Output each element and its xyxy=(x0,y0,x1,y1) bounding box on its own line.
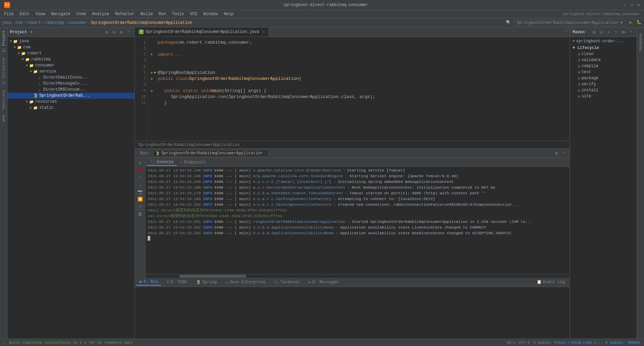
breadcrumb-class[interactable]: SpringbootOrderRabbitmqConsumerApplicati… xyxy=(91,20,192,25)
run-panel-settings[interactable]: ⚙ xyxy=(553,150,559,156)
breadcrumb-java[interactable]: java xyxy=(2,20,12,25)
btm-tab-spring[interactable]: 🍃 Spring xyxy=(193,279,220,285)
side-tab-structure[interactable]: 2: Structure xyxy=(1,55,6,87)
tree-item-rabbitmq[interactable]: ▼ 📁 rabbitmq xyxy=(7,56,135,62)
menu-edit[interactable]: Edit xyxy=(17,11,32,17)
locate-icon[interactable]: ◎ xyxy=(104,29,110,35)
menu-code[interactable]: Code xyxy=(74,11,89,17)
breadcrumb-consumer[interactable]: consumer xyxy=(68,20,87,25)
cursor-position[interactable]: 26:1 xyxy=(506,341,515,345)
breadcrumb-com[interactable]: com xyxy=(15,20,23,25)
folder-icon: 📁 xyxy=(29,63,34,68)
line-sep[interactable]: 4 spaces xyxy=(533,341,551,345)
btm-tab-todo[interactable]: ≡ 6: TODO xyxy=(163,279,191,285)
maven-settings-icon[interactable]: ⚙ xyxy=(591,29,597,35)
editor-scrollbar[interactable] xyxy=(565,37,570,141)
maven-hide-icon[interactable]: − xyxy=(628,29,634,35)
debug-button[interactable]: 🐛 xyxy=(636,19,642,26)
tree-item-static[interactable]: ▶ 📁 static xyxy=(7,105,135,111)
tree-item-service[interactable]: ▼ 📁 service xyxy=(7,68,135,75)
menu-tools[interactable]: Tools xyxy=(169,11,187,17)
side-tab-favorites[interactable]: Favorites xyxy=(1,87,6,112)
maven-compile[interactable]: ⚙ compile xyxy=(570,63,637,69)
scroll-up-icon[interactable]: ↑ xyxy=(137,174,143,180)
run-gutter-icon[interactable]: ▶ xyxy=(151,76,153,82)
fold-icon[interactable]: ▶ xyxy=(151,52,153,58)
menu-view[interactable]: View xyxy=(33,11,48,17)
maven-add-icon[interactable]: + xyxy=(613,29,619,35)
settings-icon[interactable]: ⚙ xyxy=(118,29,124,35)
menu-vcs[interactable]: VCS xyxy=(187,11,200,17)
maven-download-icon[interactable]: ⬇ xyxy=(606,29,612,35)
tab-console[interactable]: ⬛ Console xyxy=(147,159,177,166)
maven-site[interactable]: ⚙ site xyxy=(570,93,637,99)
maven-validate[interactable]: ⚙ validate xyxy=(570,57,637,63)
menu-build[interactable]: Build xyxy=(138,11,155,17)
btm-tab-messages[interactable]: ✉ 0: Messages xyxy=(305,279,342,285)
minimize-button[interactable]: — xyxy=(623,3,627,7)
clear-icon[interactable]: 🗑 xyxy=(137,211,143,217)
maven-refresh-icon[interactable]: ↺ xyxy=(598,29,604,35)
tree-item-java[interactable]: ▼ 📁 java xyxy=(7,38,135,44)
nav-search-icon[interactable]: 🔍 xyxy=(505,19,512,26)
tab-main-app[interactable]: 🍃 SpringbootOrderRabbitmqConsumerApplica… xyxy=(135,28,269,37)
tree-item-sms-consumer[interactable]: ▶ ☕ DirectSMSConsum... xyxy=(7,87,135,93)
filter-icon[interactable]: 🔽 xyxy=(137,196,143,202)
maven-compile-label: compile xyxy=(582,64,598,68)
tree-item-message-consumer[interactable]: ▶ ☕ DirectMessageCo... xyxy=(7,81,135,87)
maven-install[interactable]: ⚙ install xyxy=(570,87,637,93)
run-button[interactable]: ▶ xyxy=(628,19,634,26)
maven-more-icon[interactable]: ≫ xyxy=(621,29,627,35)
run-config-dropdown[interactable]: SpringbootOrderRabbitmqConsumerApplicati… xyxy=(514,19,626,26)
maven-expand-lifecycle[interactable]: ▼ xyxy=(573,46,577,50)
btm-tab-event-log[interactable]: 📋 Event Log xyxy=(533,279,568,285)
maven-package[interactable]: ⚙ package xyxy=(570,75,637,81)
tab-close-button[interactable]: ✕ xyxy=(262,30,265,34)
side-tab-project[interactable]: 1: Project xyxy=(1,28,6,55)
wrap-icon[interactable]: ⟲ xyxy=(137,204,143,210)
btm-tab-terminal[interactable]: >_ Terminal xyxy=(271,279,303,285)
console-output[interactable]: 2021-05-27 13:54:18.196 INFO 3496 --- [ … xyxy=(146,167,570,274)
run-gutter-icon[interactable]: ▶ xyxy=(151,88,153,94)
collapse-all-icon[interactable]: ⊟ xyxy=(111,29,117,35)
menu-window[interactable]: Window xyxy=(201,11,220,17)
encoding[interactable]: UTF-8 xyxy=(519,341,530,345)
tree-item-resources[interactable]: ▼ 📁 resources xyxy=(7,99,135,105)
menu-navigate[interactable]: Navigate xyxy=(48,11,73,17)
run-tab-main[interactable]: 🍃 SpringbootOrderRabbitmqConsumerApplica… xyxy=(154,151,267,156)
stop-icon[interactable]: ■ xyxy=(137,167,143,173)
database-tab[interactable]: Database xyxy=(637,29,644,56)
maven-project-item[interactable]: ▼ springboot-order-... xyxy=(570,38,637,44)
run-tab-close[interactable]: ✕ xyxy=(264,151,266,155)
breadcrumb-rabbitmq[interactable]: rabbitmq xyxy=(45,20,64,25)
run-panel-hide[interactable]: − xyxy=(561,150,567,156)
close-button[interactable]: ✕ xyxy=(636,3,641,7)
maximize-button[interactable]: □ xyxy=(629,3,634,7)
code-editor[interactable]: package com.robert.rabbitmq.consumer; ▶ xyxy=(148,37,565,141)
restart-icon[interactable]: ↺ xyxy=(137,159,143,165)
btm-tab-run[interactable]: ▶ 4: Run xyxy=(136,279,161,286)
breadcrumb-robert[interactable]: robert xyxy=(26,20,41,25)
menu-refactor[interactable]: Refactor xyxy=(112,11,137,17)
side-tab-web[interactable]: Web xyxy=(1,112,6,125)
tree-item-robert[interactable]: ▼ 📁 robert xyxy=(7,50,135,56)
btm-tab-enterprise[interactable]: ☕ Java Enterprise xyxy=(222,279,269,285)
menu-run[interactable]: Run xyxy=(156,11,169,17)
maven-clean[interactable]: ⚙ clean xyxy=(570,51,637,57)
console-scrollbar-h[interactable] xyxy=(146,274,570,278)
tree-item-email-consumer[interactable]: ▶ ☕ DirectEmailConsu... xyxy=(7,75,135,81)
menu-analyze[interactable]: Analyze xyxy=(90,11,112,17)
tab-endpoints[interactable]: ⚡ Endpoints xyxy=(177,159,209,165)
tree-item-main-app[interactable]: ▶ 🍃 SpringbootOrderRab... xyxy=(7,93,135,99)
scroll-down-icon[interactable]: ↓ xyxy=(137,182,143,188)
menu-help[interactable]: Help xyxy=(221,11,236,17)
hide-panel-icon[interactable]: − xyxy=(126,29,132,35)
tree-item-consumer[interactable]: ▼ 📁 consumer xyxy=(7,62,135,68)
screenshot-icon[interactable]: 📷 xyxy=(137,189,143,195)
tree-item-com[interactable]: ▼ 📁 com xyxy=(7,44,135,50)
menu-file[interactable]: File xyxy=(1,11,16,17)
run-gutter-icon[interactable]: ▶ xyxy=(151,70,153,76)
check-icon[interactable]: ✓ xyxy=(564,28,570,34)
maven-test[interactable]: ⚙ test xyxy=(570,69,637,75)
maven-verify[interactable]: ⚙ verify xyxy=(570,81,637,87)
